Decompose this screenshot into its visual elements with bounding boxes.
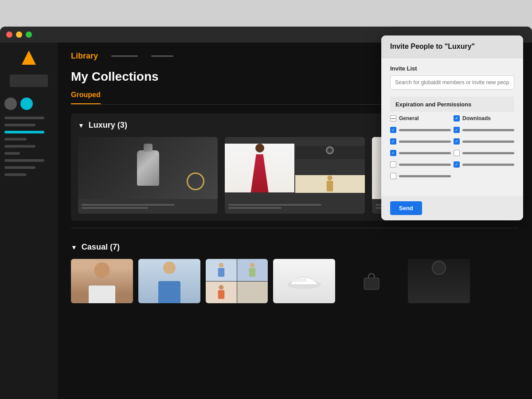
sneakers-img	[273, 259, 335, 303]
perm-row-4-downloads	[454, 161, 514, 168]
perm-check-2d[interactable]	[454, 138, 460, 145]
kid-figure-3	[216, 284, 227, 300]
dress-head	[255, 144, 264, 153]
perm-label-1d	[462, 129, 514, 131]
fashion-accessories	[295, 146, 365, 159]
permissions-grid: — General Downloads	[390, 115, 514, 182]
modal-title: Invite People to "Luxury"	[390, 43, 475, 50]
invite-modal: Invite People to "Luxury" Invite List Ex…	[381, 35, 523, 220]
man-face	[94, 262, 110, 278]
boy-face	[163, 262, 176, 274]
sidebar-controls	[0, 98, 58, 110]
minimize-button[interactable]	[16, 31, 22, 38]
sidebar-nav-item-2[interactable]	[4, 124, 35, 126]
send-button[interactable]: Send	[390, 201, 422, 215]
fashion-card-meta	[225, 199, 364, 214]
nav-library-tab[interactable]: Library	[71, 51, 98, 61]
sidebar-nav-item-1[interactable]	[4, 117, 44, 119]
fashion-yellow-outfit	[295, 175, 365, 193]
perm-label-1g	[399, 129, 451, 131]
perm-row-2-general	[390, 138, 451, 145]
tab-grouped[interactable]: Grouped	[71, 91, 101, 104]
gold-circle-icon	[187, 172, 204, 190]
perm-row-5-downloads	[454, 173, 514, 179]
casual-group: ▼ Casual (7)	[71, 235, 519, 303]
sidebar-avatar-teal[interactable]	[20, 98, 33, 110]
sidebar-nav-item-6[interactable]	[4, 152, 20, 155]
bag-img	[340, 259, 403, 303]
modal-header: Invite People to "Luxury"	[381, 35, 523, 58]
meta-line-2	[228, 207, 282, 209]
svg-point-8	[219, 285, 223, 290]
sidebar-nav-item-7[interactable]	[4, 159, 44, 162]
sidebar-nav-item-5[interactable]	[4, 145, 35, 148]
nav-tab-3[interactable]	[151, 55, 173, 57]
luxury-card-fashion[interactable]	[225, 137, 364, 214]
perm-label-4g	[399, 164, 451, 166]
invite-search-input[interactable]	[390, 75, 514, 90]
perm-check-3d[interactable]	[454, 150, 460, 156]
perm-row-1-downloads	[454, 127, 514, 133]
perm-check-4g[interactable]	[390, 161, 396, 168]
kid-figure-2	[247, 262, 258, 278]
col-downloads-header: Downloads	[454, 115, 514, 121]
kids-cell-1	[206, 259, 237, 281]
nav-tab-2[interactable]	[111, 55, 138, 57]
luxury-card-perfume[interactable]	[78, 137, 218, 214]
casual-chevron-icon[interactable]: ▼	[71, 244, 77, 251]
col-general-header: — General	[390, 115, 451, 121]
logo	[21, 50, 37, 66]
svg-point-1	[328, 149, 332, 152]
casual-card-boy[interactable]	[138, 259, 200, 303]
perm-check-1d[interactable]	[454, 127, 460, 133]
perm-label-5g	[399, 175, 451, 177]
sidebar-nav-item-8[interactable]	[4, 166, 35, 169]
perm-check-4d[interactable]	[454, 161, 460, 168]
col-downloads-label: Downloads	[462, 115, 491, 121]
perm-check-5g[interactable]	[390, 173, 396, 179]
maximize-button[interactable]	[26, 31, 32, 38]
meta-line-2	[82, 207, 148, 209]
perm-row-4-general	[390, 161, 451, 168]
perm-check-1g[interactable]	[390, 127, 396, 133]
sidebar-nav-item-4[interactable]	[4, 138, 27, 141]
bag-icon	[360, 270, 383, 292]
accessories-icon	[323, 146, 336, 159]
fashion-red-dress	[225, 144, 294, 192]
svg-rect-3	[327, 180, 333, 191]
svg-rect-12	[364, 278, 379, 289]
sidebar-nav-item-3-active[interactable]	[4, 131, 44, 133]
permissions-header: Expiration and Permissions	[390, 97, 514, 112]
close-button[interactable]	[6, 31, 12, 38]
luxury-chevron-icon[interactable]: ▼	[78, 122, 84, 129]
perm-row-1-general	[390, 127, 451, 133]
casual-group-header: ▼ Casual (7)	[71, 243, 519, 252]
casual-card-man[interactable]	[71, 259, 133, 303]
sidebar-search-bar[interactable]	[10, 74, 48, 87]
perm-row-2-downloads	[454, 138, 514, 145]
perm-check-2g[interactable]	[390, 138, 396, 145]
sidebar	[0, 43, 58, 399]
kid-figure-1	[216, 262, 227, 278]
kids-grid-img	[206, 259, 268, 303]
perm-check-3g[interactable]	[390, 150, 396, 156]
casual-card-kids[interactable]	[206, 259, 268, 303]
woman-dark-img	[408, 259, 470, 303]
downloads-check-icon[interactable]	[454, 115, 460, 121]
svg-point-4	[219, 263, 223, 268]
casual-card-sneakers[interactable]	[273, 259, 335, 303]
casual-card-woman[interactable]	[408, 259, 470, 303]
perm-label-2g	[399, 141, 451, 143]
perm-label-2d	[462, 141, 514, 143]
sidebar-nav-item-9[interactable]	[4, 173, 27, 176]
expiration-label: Expiration and Permissions	[395, 101, 471, 108]
svg-rect-11	[293, 278, 306, 282]
perm-label-4d	[462, 164, 514, 166]
group-divider	[71, 228, 519, 228]
sidebar-avatar-gray[interactable]	[4, 98, 17, 110]
perfume-bottle-icon	[137, 150, 159, 186]
invite-list-label: Invite List	[390, 65, 514, 72]
general-dash-icon[interactable]: —	[390, 115, 396, 121]
casual-card-bag[interactable]	[340, 259, 403, 303]
dress-figure-icon	[246, 144, 273, 192]
